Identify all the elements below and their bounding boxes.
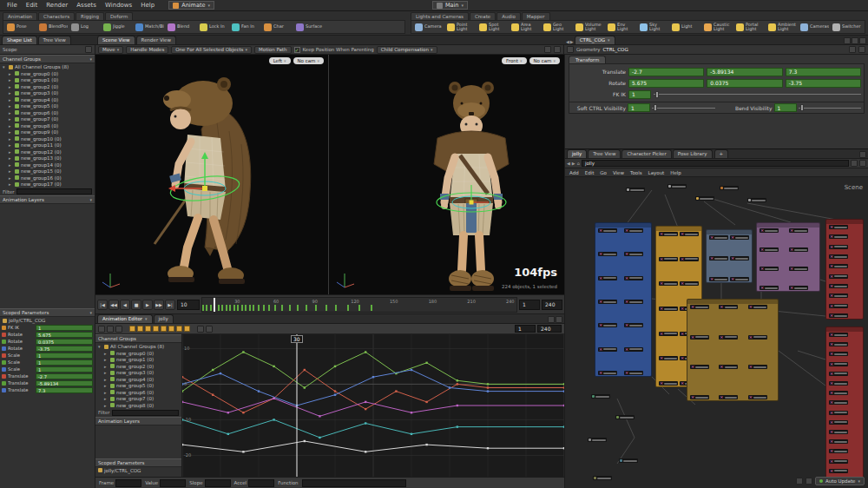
shelf-tool-char[interactable]: Char [262, 23, 294, 31]
snap-frame-icon[interactable] [206, 326, 213, 333]
network-node[interactable]: × [829, 234, 848, 239]
param-value[interactable]: 1 [36, 325, 93, 331]
shelf-tool-blend[interactable]: Blend [166, 23, 198, 31]
pane-split-icon[interactable] [548, 316, 555, 323]
network-node[interactable]: × [680, 281, 699, 286]
network-node[interactable]: × [829, 430, 848, 434]
keyframe-tick[interactable] [253, 305, 254, 311]
pane-tab-pose-library[interactable]: Pose Library [673, 149, 713, 158]
shelf-tool-portal-light[interactable]: Portal Light [734, 23, 766, 32]
channel-group-item[interactable]: ▸new_group5 (0) [0, 103, 95, 110]
shelf-tool-log[interactable]: Log [69, 23, 102, 31]
param-field[interactable]: -2.7 [628, 68, 704, 76]
keyframe-tick[interactable] [206, 305, 207, 311]
channel-group-item[interactable]: ▸new_group6 (0) [0, 109, 95, 116]
scoped-param-row[interactable]: FK IK1 [0, 324, 95, 331]
param-value[interactable]: -2.7 [36, 373, 93, 379]
keyframe-tick[interactable] [289, 305, 291, 311]
network-node[interactable] [720, 186, 739, 190]
shelf-tab-audio[interactable]: Audio [496, 12, 521, 20]
network-node[interactable]: × [748, 335, 767, 340]
menu-file[interactable]: File [3, 0, 22, 10]
network-node[interactable]: × [829, 264, 848, 268]
keyframe-tick[interactable] [268, 305, 270, 311]
fk-ik-slider[interactable] [654, 90, 861, 99]
keyframe-tick[interactable] [371, 305, 372, 311]
channel-group-item[interactable]: ▸new_group5 (0) [95, 383, 181, 390]
keyframe-tick[interactable] [263, 305, 265, 311]
keyframe-tick[interactable] [347, 305, 349, 311]
pane-tab-jolly[interactable]: jolly [154, 314, 174, 323]
network-node[interactable]: × [659, 281, 678, 286]
shelf-tool-geo-light[interactable]: Geo Light [542, 23, 574, 32]
select-keys-icon[interactable] [98, 326, 105, 333]
pane-menu-icon[interactable] [859, 151, 866, 158]
scoped-param-row[interactable]: Translate-2.7 [0, 373, 95, 379]
shelf-tool-spot-light[interactable]: Spot Light [477, 23, 510, 32]
home-icon[interactable]: ⌂ [577, 161, 580, 166]
shelf-tool-lock-in[interactable]: Lock In [198, 23, 230, 31]
pane-tab-shape-list[interactable]: Shape List [2, 36, 37, 44]
auto-update-button[interactable]: Auto Update ▾ [815, 477, 865, 485]
network-node[interactable] [588, 438, 607, 442]
network-node[interactable]: × [680, 257, 699, 261]
nav-forward-icon[interactable]: ▶ [570, 39, 574, 44]
channel-group-item[interactable]: ▸new_group3 (0) [95, 370, 181, 377]
help-icon[interactable] [859, 37, 866, 44]
gear-icon[interactable] [858, 46, 865, 53]
keyframe-tick[interactable] [249, 305, 251, 311]
channel-group-item[interactable]: ▸new_group17 (0) [0, 181, 95, 188]
network-node[interactable] [626, 188, 645, 192]
network-node[interactable]: × [598, 228, 617, 233]
camera-icon[interactable] [859, 160, 866, 167]
expand-icon[interactable]: ▾ [98, 344, 102, 349]
animation-layers-header[interactable]: Animation Layers [95, 417, 181, 425]
network-node[interactable] [593, 476, 612, 480]
channel-group-item[interactable]: ▸new_group6 (0) [95, 389, 181, 396]
scoped-param-row[interactable]: Scale1 [0, 359, 95, 366]
param-field[interactable]: -3.75 [786, 79, 861, 88]
shelf-tool-blendpose[interactable]: BlendPose [37, 23, 69, 31]
shelf-tab-animation[interactable]: Animation [3, 12, 37, 20]
network-node[interactable]: × [748, 305, 767, 309]
network-node[interactable]: × [624, 323, 643, 327]
keyframe-tick[interactable] [237, 305, 239, 311]
transform-section-tab[interactable]: Transform [569, 56, 606, 63]
scoped-param-row[interactable]: Translate7.3 [0, 386, 95, 393]
scene-selector[interactable]: Main ▾ [432, 1, 468, 10]
channel-group-item[interactable]: ▸new_group4 (0) [0, 96, 95, 103]
keyframe-tick[interactable] [335, 305, 337, 311]
network-node[interactable]: × [659, 356, 678, 360]
keyframe-tick[interactable] [226, 305, 227, 311]
graph-range-start-field[interactable]: 1 [515, 325, 536, 333]
menu-help[interactable]: Help [136, 0, 159, 10]
network-node[interactable]: × [730, 235, 749, 240]
netmenu-edit[interactable]: Edit [585, 170, 595, 175]
param-value[interactable]: 1 [36, 359, 93, 366]
animation-layers-header[interactable]: Animation Layers ▾ [0, 195, 95, 204]
playhead[interactable] [214, 298, 215, 312]
network-node[interactable]: × [709, 256, 728, 260]
graph-range-end-field[interactable]: 240 [537, 325, 562, 333]
network-node[interactable]: × [598, 347, 617, 352]
network-node[interactable]: × [709, 277, 728, 281]
network-node[interactable] [667, 184, 687, 188]
nav-back-icon[interactable]: ◀ [567, 161, 570, 166]
camera-selector[interactable]: No cam▾ [529, 57, 561, 64]
network-node[interactable]: × [789, 286, 808, 290]
network-node[interactable]: × [719, 395, 738, 399]
network-node[interactable]: × [598, 323, 617, 327]
shelf-tool-caustic-light[interactable]: Caustic Light [702, 23, 734, 32]
pane-tab-tree-view[interactable]: Tree View [38, 36, 71, 44]
transform-mode-button[interactable]: Move ▾ [98, 46, 123, 54]
range-end-field[interactable]: 240 [542, 300, 562, 310]
shelf-tool-cameras[interactable]: Cameras [799, 23, 831, 31]
param-field[interactable]: 1 [628, 90, 651, 99]
keyframe-tick[interactable] [233, 305, 235, 311]
shelf-tab-create[interactable]: Create [470, 12, 496, 20]
shelf-tool-sky-light[interactable]: Sky Light [638, 23, 670, 32]
vis-slider[interactable] [799, 103, 862, 112]
network-node[interactable]: × [760, 286, 779, 290]
network-node[interactable] [747, 198, 766, 202]
flag-icon[interactable] [851, 160, 858, 167]
